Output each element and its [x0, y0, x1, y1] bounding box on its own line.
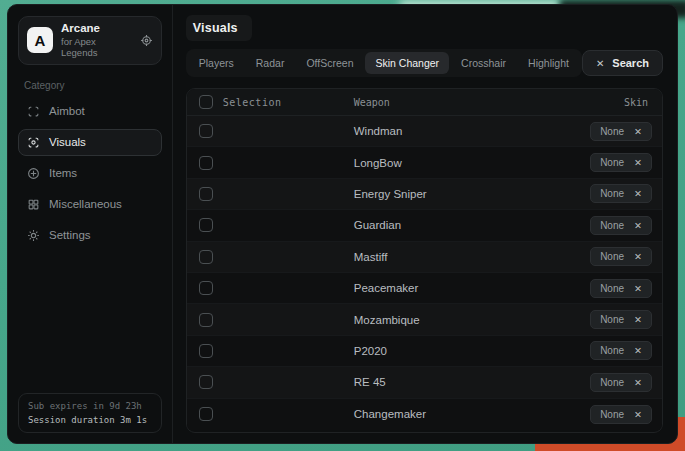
clear-skin-icon[interactable]: ✕ [634, 188, 642, 199]
tab-row: Players Radar OffScreen Skin Changer Cro… [186, 49, 663, 77]
weapon-name: Peacemaker [354, 282, 419, 294]
clear-skin-icon[interactable]: ✕ [634, 126, 642, 137]
brand-card: A Arcane for Apex Legends [18, 16, 162, 65]
weapon-name: Guardian [354, 219, 401, 231]
skin-value: None [600, 409, 624, 420]
skin-value: None [600, 188, 624, 199]
category-label: Category [24, 80, 162, 91]
weapon-name: Changemaker [354, 408, 426, 420]
tab-crosshair[interactable]: Crosshair [451, 52, 516, 74]
tab-highlight[interactable]: Highlight [518, 52, 579, 74]
skin-value: None [600, 283, 624, 294]
table-row-guardian: Guardian None ✕ [187, 210, 662, 241]
column-header-weapon: Weapon [354, 97, 390, 108]
crosshair-settings-icon[interactable] [140, 34, 153, 47]
skin-chip[interactable]: None ✕ [590, 122, 652, 141]
row-checkbox[interactable] [199, 344, 213, 358]
skin-chip[interactable]: None ✕ [590, 405, 652, 424]
weapon-name: LongBow [354, 157, 402, 169]
brand-text: Arcane for Apex Legends [61, 22, 132, 59]
clear-skin-icon[interactable]: ✕ [634, 157, 642, 168]
clear-skin-icon[interactable]: ✕ [634, 251, 642, 262]
skin-value: None [600, 377, 624, 388]
weapon-name: RE 45 [354, 376, 386, 388]
table-row-re45: RE 45 None ✕ [187, 367, 662, 398]
gear-icon [27, 229, 40, 242]
page-title-chip: Visuals [186, 15, 252, 41]
target-circle-icon [27, 167, 40, 180]
row-checkbox[interactable] [199, 250, 213, 264]
scan-eye-icon [27, 136, 40, 149]
clear-skin-icon[interactable]: ✕ [634, 314, 642, 325]
tab-players[interactable]: Players [189, 52, 244, 74]
app-subtitle: for Apex Legends [61, 36, 132, 59]
skin-chip[interactable]: None ✕ [590, 373, 652, 392]
skin-value: None [600, 314, 624, 325]
tab-skin-changer[interactable]: Skin Changer [365, 52, 449, 74]
clear-skin-icon[interactable]: ✕ [634, 283, 642, 294]
weapon-name: Mastiff [354, 251, 388, 263]
sidebar-item-miscellaneous[interactable]: Miscellaneous [18, 191, 162, 218]
skin-chip[interactable]: None ✕ [590, 216, 652, 235]
skin-chip[interactable]: None ✕ [590, 341, 652, 360]
sidebar-item-items[interactable]: Items [18, 160, 162, 187]
sub-expiry-text: Sub expires in 9d 23h [28, 401, 152, 411]
skin-value: None [600, 220, 624, 231]
page-title: Visuals [193, 21, 238, 35]
tab-offscreen[interactable]: OffScreen [296, 52, 363, 74]
tab-radar[interactable]: Radar [246, 52, 295, 74]
sidebar-item-label: Settings [49, 229, 91, 241]
row-checkbox[interactable] [199, 313, 213, 327]
table-row-p2020: P2020 None ✕ [187, 336, 662, 367]
clear-skin-icon[interactable]: ✕ [634, 409, 642, 420]
skin-chip[interactable]: None ✕ [590, 279, 652, 298]
sidebar-item-aimbot[interactable]: Aimbot [18, 98, 162, 125]
column-header-skin: Skin [624, 97, 648, 108]
skin-chip[interactable]: None ✕ [590, 184, 652, 203]
row-checkbox[interactable] [199, 218, 213, 232]
clear-skin-icon[interactable]: ✕ [634, 220, 642, 231]
app-logo: A [27, 27, 53, 53]
skin-chip[interactable]: None ✕ [590, 310, 652, 329]
sidebar-item-visuals[interactable]: Visuals [18, 129, 162, 156]
select-all-checkbox[interactable] [199, 95, 213, 109]
row-checkbox[interactable] [199, 156, 213, 170]
app-name: Arcane [61, 22, 132, 36]
row-checkbox[interactable] [199, 281, 213, 295]
row-checkbox[interactable] [199, 407, 213, 421]
clear-skin-icon[interactable]: ✕ [634, 377, 642, 388]
table-row-peacemaker: Peacemaker None ✕ [187, 273, 662, 304]
table-row-longbow: LongBow None ✕ [187, 147, 662, 178]
sidebar-item-label: Visuals [49, 136, 86, 148]
row-checkbox[interactable] [199, 124, 213, 138]
sidebar-item-label: Items [49, 167, 77, 179]
skin-changer-table: Selection Weapon Skin Windman None ✕ Lon… [186, 88, 663, 433]
subscription-info-box: Sub expires in 9d 23h Session duration 3… [18, 393, 162, 433]
table-row-mastiff: Mastiff None ✕ [187, 242, 662, 273]
weapon-name: Windman [354, 125, 403, 137]
row-checkbox[interactable] [199, 187, 213, 201]
clear-skin-icon[interactable]: ✕ [634, 345, 642, 356]
sidebar-item-label: Aimbot [49, 105, 85, 117]
table-row-mozambique: Mozambique None ✕ [187, 304, 662, 335]
skin-value: None [600, 126, 624, 137]
skin-value: None [600, 251, 624, 262]
search-button-label: Search [612, 57, 649, 69]
skin-value: None [600, 157, 624, 168]
session-duration-text: Session duration 3m 1s [28, 415, 152, 425]
tab-bar: Players Radar OffScreen Skin Changer Cro… [186, 49, 582, 77]
table-row-energy-sniper: Energy Sniper None ✕ [187, 179, 662, 210]
skin-chip[interactable]: None ✕ [590, 153, 652, 172]
table-header-row: Selection Weapon Skin [187, 89, 662, 116]
weapon-name: P2020 [354, 345, 387, 357]
search-icon: ✕ [596, 58, 604, 69]
column-header-selection: Selection [223, 97, 282, 108]
sidebar-item-settings[interactable]: Settings [18, 222, 162, 249]
skin-chip[interactable]: None ✕ [590, 247, 652, 266]
row-checkbox[interactable] [199, 375, 213, 389]
search-button[interactable]: ✕ Search [582, 50, 663, 76]
weapon-name: Mozambique [354, 314, 420, 326]
arcane-overlay-window: A Arcane for Apex Legends Category Aimbo… [7, 4, 678, 444]
sidebar: A Arcane for Apex Legends Category Aimbo… [8, 5, 173, 443]
grid-icon [27, 198, 40, 211]
